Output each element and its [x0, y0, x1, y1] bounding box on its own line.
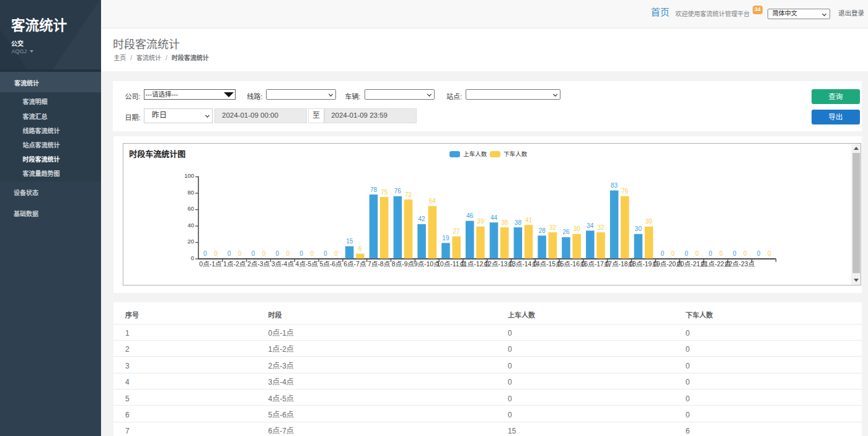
svg-text:30: 30 — [635, 225, 642, 232]
svg-text:1点-2点: 1点-2点 — [223, 260, 246, 268]
svg-text:0: 0 — [757, 250, 761, 257]
svg-text:64: 64 — [429, 198, 436, 204]
svg-text:41: 41 — [525, 217, 533, 224]
svg-text:8点-9点: 8点-9点 — [392, 260, 414, 268]
svg-text:76: 76 — [394, 188, 402, 194]
svg-text:60: 60 — [187, 205, 194, 212]
svg-text:78: 78 — [370, 186, 378, 193]
svg-text:46: 46 — [466, 212, 474, 219]
svg-text:32: 32 — [597, 224, 604, 231]
svg-text:2点-3点: 2点-3点 — [247, 260, 270, 268]
svg-text:0: 0 — [275, 250, 279, 257]
svg-text:0: 0 — [709, 250, 712, 257]
svg-text:0: 0 — [203, 250, 207, 257]
svg-text:100: 100 — [184, 172, 194, 179]
svg-text:42: 42 — [418, 216, 426, 222]
svg-text:80: 80 — [187, 189, 194, 196]
svg-text:4点-5点: 4点-5点 — [296, 260, 318, 268]
svg-text:75: 75 — [381, 189, 388, 196]
svg-text:0: 0 — [228, 250, 231, 257]
svg-text:0: 0 — [743, 250, 747, 257]
svg-text:15: 15 — [346, 238, 353, 245]
svg-text:0: 0 — [768, 250, 771, 257]
svg-text:0: 0 — [238, 250, 242, 257]
svg-text:39: 39 — [477, 218, 484, 225]
svg-text:0: 0 — [286, 250, 290, 257]
svg-text:0: 0 — [262, 250, 266, 257]
svg-text:38: 38 — [501, 219, 508, 226]
svg-text:20: 20 — [187, 238, 194, 245]
svg-text:0点-1点: 0点-1点 — [199, 260, 221, 268]
svg-text:34: 34 — [587, 222, 594, 229]
svg-text:28: 28 — [539, 227, 546, 234]
svg-text:76: 76 — [621, 188, 629, 194]
svg-text:0: 0 — [311, 250, 314, 257]
svg-text:32: 32 — [549, 224, 557, 231]
svg-text:19: 19 — [442, 235, 450, 242]
svg-text:0: 0 — [324, 250, 327, 257]
svg-text:0: 0 — [299, 250, 303, 257]
svg-text:0: 0 — [733, 250, 737, 257]
svg-text:0: 0 — [214, 250, 218, 257]
svg-text:38: 38 — [515, 219, 522, 226]
svg-text:0: 0 — [719, 250, 723, 257]
svg-text:0: 0 — [696, 250, 699, 257]
svg-text:27: 27 — [453, 228, 461, 235]
svg-text:0: 0 — [671, 250, 675, 257]
svg-text:0: 0 — [334, 250, 338, 257]
svg-text:22点-23点: 22点-23点 — [725, 260, 755, 268]
svg-text:44: 44 — [490, 214, 498, 221]
svg-text:0: 0 — [684, 250, 688, 257]
svg-text:83: 83 — [611, 182, 618, 189]
svg-text:0: 0 — [660, 250, 664, 257]
svg-text:26: 26 — [562, 229, 570, 235]
svg-text:30: 30 — [574, 225, 581, 232]
svg-text:6: 6 — [358, 245, 362, 252]
svg-text:0: 0 — [191, 255, 194, 261]
svg-text:72: 72 — [405, 191, 412, 198]
svg-text:5点-6点: 5点-6点 — [319, 260, 342, 268]
svg-text:39: 39 — [645, 218, 653, 225]
svg-text:3点-4点: 3点-4点 — [272, 260, 294, 268]
svg-text:40: 40 — [187, 222, 194, 229]
svg-text:6点-7点: 6点-7点 — [343, 260, 366, 268]
svg-text:7点-8点: 7点-8点 — [368, 260, 390, 268]
svg-text:0: 0 — [252, 250, 255, 257]
